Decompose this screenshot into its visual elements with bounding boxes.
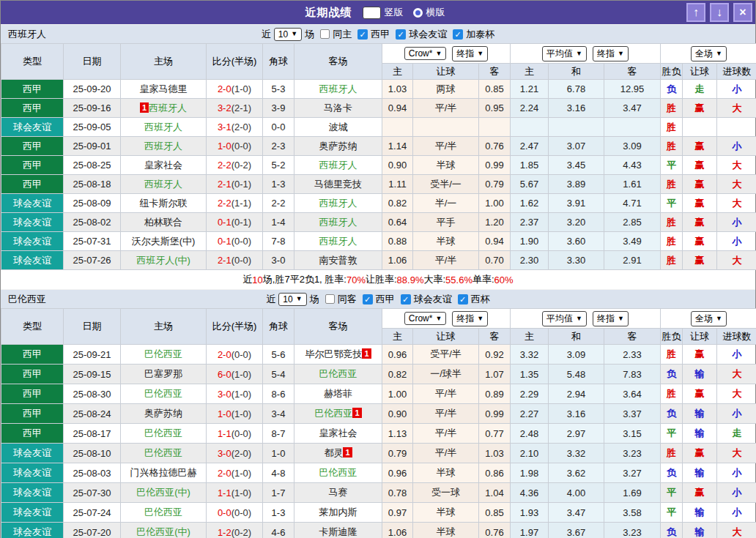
bookmaker-select[interactable]: Crow*▼ <box>404 312 447 325</box>
home-team-cell[interactable]: 巴伦西亚(中) <box>121 523 207 538</box>
horizontal-layout-label[interactable]: 横版 <box>426 6 445 19</box>
odds-away: 1.00 <box>479 194 511 213</box>
fulltime-score: 1-2 <box>218 527 231 538</box>
home-team-cell[interactable]: 西班牙人 <box>121 118 207 137</box>
move-down-button[interactable]: ↓ <box>710 3 729 22</box>
result-wl-header: 胜负 <box>661 329 683 345</box>
checkbox-unchecked[interactable] <box>320 29 330 39</box>
avg-away: 4.43 <box>604 156 661 175</box>
home-team-cell[interactable]: 西班牙人 <box>121 175 207 194</box>
result-winlose: 胜 <box>661 213 683 232</box>
checkbox-unchecked[interactable] <box>325 294 335 304</box>
result-handicap: 赢 <box>683 175 717 194</box>
away-team-cell[interactable]: 马洛卡 <box>294 99 382 118</box>
away-team-cell[interactable]: 波城 <box>294 118 382 137</box>
avg-draw: 3.07 <box>549 137 604 156</box>
match-count-select[interactable]: 10▼ <box>278 293 306 306</box>
average-select[interactable]: 平均值▼ <box>542 311 587 326</box>
home-team-cell[interactable]: 巴伦西亚 <box>121 503 207 523</box>
home-team-cell[interactable]: 巴伦西亚 <box>121 345 207 365</box>
away-team-cell[interactable]: 都灵1 <box>294 444 382 463</box>
checkbox-checked[interactable]: ✓ <box>458 294 468 305</box>
home-team-cell[interactable]: 巴伦西亚(中) <box>121 483 207 503</box>
home-team-cell[interactable]: 西班牙人(中) <box>121 251 207 270</box>
result-winlose: 负 <box>661 523 683 538</box>
result-wl-header: 胜负 <box>661 64 683 80</box>
move-up-button[interactable]: ↑ <box>686 3 705 22</box>
away-team-cell[interactable]: 卡斯迪隆 <box>294 523 382 538</box>
bookmaker-select[interactable]: Crow*▼ <box>404 47 447 60</box>
away-team-cell[interactable]: 皇家社会 <box>294 424 382 444</box>
close-button[interactable]: × <box>733 3 752 22</box>
result-goals: 大 <box>717 365 756 384</box>
away-team-cell[interactable]: 南安普敦 <box>294 251 382 270</box>
away-team-cell[interactable]: 马赛 <box>294 483 382 503</box>
away-team-cell[interactable]: 巴伦西亚1 <box>294 404 382 424</box>
odds-handicap: 半球 <box>413 232 479 251</box>
checkbox-checked[interactable]: ✓ <box>453 29 463 40</box>
away-team-cell[interactable]: 马德里竞技 <box>294 175 382 194</box>
away-team-cell[interactable]: 西班牙人 <box>294 194 382 213</box>
away-team-cell[interactable]: 巴伦西亚 <box>294 365 382 384</box>
home-team-cell[interactable]: 巴伦西亚 <box>121 424 207 444</box>
corner-cell: 7-8 <box>263 232 294 251</box>
date-cell: 25-07-30 <box>64 483 121 503</box>
avg-away: 3.37 <box>604 404 661 424</box>
home-team-cell[interactable]: 巴伦西亚 <box>121 384 207 404</box>
avg-draw: 3.89 <box>549 175 604 194</box>
away-team-cell[interactable]: 西班牙人 <box>294 232 382 251</box>
home-team-cell[interactable]: 纽卡斯尔联 <box>121 194 207 213</box>
horizontal-layout-radio[interactable] <box>413 8 423 18</box>
away-team-cell[interactable]: 赫塔菲 <box>294 384 382 404</box>
average-final-select[interactable]: 终指▼ <box>593 311 629 326</box>
handicap-final-select[interactable]: 终指▼ <box>452 311 488 326</box>
date-cell: 25-09-21 <box>64 345 121 365</box>
odds-home: 0.96 <box>382 463 413 483</box>
home-team-cell[interactable]: 沃尔夫斯堡(中) <box>121 232 207 251</box>
vertical-layout-label[interactable]: 竖版 <box>385 6 404 19</box>
let-home-header: 主 <box>382 64 413 80</box>
away-team-cell[interactable]: 毕尔巴鄂竞技1 <box>294 345 382 365</box>
away-team-cell[interactable]: 奥萨苏纳 <box>294 137 382 156</box>
checkbox-checked[interactable]: ✓ <box>396 29 406 40</box>
match-row: 球会友谊25-07-31沃尔夫斯堡(中)0-1(0-0)7-8西班牙人0.88半… <box>1 232 756 251</box>
window-title: 近期战绩 <box>305 6 352 20</box>
let-home-header: 主 <box>382 329 413 345</box>
espanyol-results-table: 类型 日期 主场 比分(半场) 角球 客场 Crow*▼ 终指▼ 平均值▼ 终指… <box>1 43 756 270</box>
away-team-cell[interactable]: 西班牙人 <box>294 156 382 175</box>
home-team-cell[interactable]: 柏林联合 <box>121 213 207 232</box>
away-team-cell[interactable]: 西班牙人 <box>294 213 382 232</box>
average-final-select[interactable]: 终指▼ <box>593 46 629 61</box>
result-handicap: 输 <box>683 463 717 483</box>
away-team-cell[interactable]: 西班牙人 <box>294 80 382 99</box>
team-name: 巴伦西亚 <box>319 368 357 379</box>
odds-handicap: 受平/半 <box>413 345 479 365</box>
match-count-select[interactable]: 10▼ <box>274 28 302 41</box>
average-select[interactable]: 平均值▼ <box>542 46 587 61</box>
home-team-cell[interactable]: 奥萨苏纳 <box>121 404 207 424</box>
home-team-cell[interactable]: 门兴格拉德巴赫 <box>121 463 207 483</box>
score-cell: 1-1(0-0) <box>207 424 263 444</box>
scope-select[interactable]: 全场▼ <box>691 46 727 61</box>
home-team-cell[interactable]: 皇家社会 <box>121 156 207 175</box>
vertical-layout-radio[interactable] <box>363 7 381 19</box>
home-team-cell[interactable]: 西班牙人 <box>121 137 207 156</box>
match-row: 西甲25-08-25皇家社会2-2(0-2)5-2西班牙人0.90半球0.991… <box>1 156 756 175</box>
team-name: 巴伦西亚 <box>319 467 357 478</box>
odds-home: 0.78 <box>382 483 413 503</box>
match-type-badge: 球会友谊 <box>1 194 64 213</box>
handicap-final-select[interactable]: 终指▼ <box>452 46 488 61</box>
checkbox-checked[interactable]: ✓ <box>363 294 373 305</box>
home-team-cell[interactable]: 1西班牙人 <box>121 99 207 118</box>
home-team-cell[interactable]: 皇家马德里 <box>121 80 207 99</box>
scope-select[interactable]: 全场▼ <box>691 311 727 326</box>
checkbox-checked[interactable]: ✓ <box>401 294 411 305</box>
away-team-cell[interactable]: 巴伦西亚 <box>294 463 382 483</box>
checkbox-checked[interactable]: ✓ <box>357 29 368 40</box>
home-team-cell[interactable]: 巴塞罗那 <box>121 365 207 384</box>
match-row: 西甲25-08-17巴伦西亚1-1(0-0)8-7皇家社会1.13平/半0.77… <box>1 424 756 444</box>
away-team-cell[interactable]: 莱加内斯 <box>294 503 382 523</box>
date-cell: 25-07-26 <box>64 251 121 270</box>
home-team-cell[interactable]: 巴伦西亚 <box>121 444 207 463</box>
result-winlose: 平 <box>661 503 683 523</box>
